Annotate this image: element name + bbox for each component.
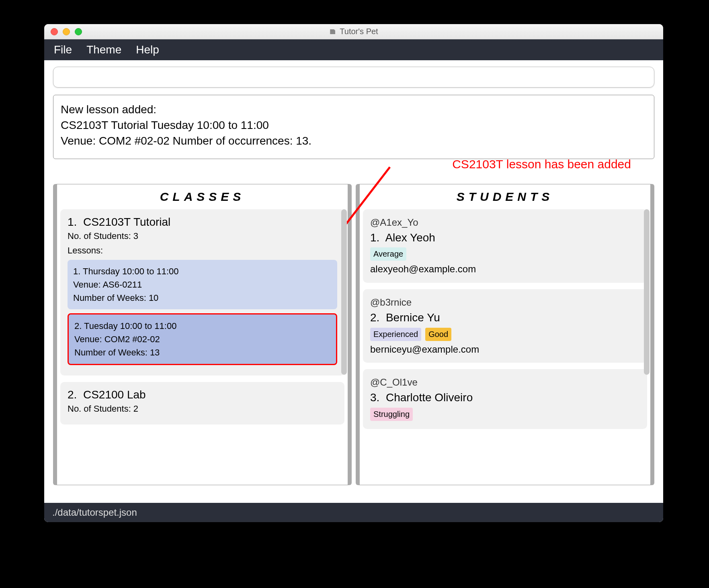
scrollbar[interactable] — [644, 209, 650, 375]
class-index: 1. — [68, 216, 77, 228]
window-title: Tutor's Pet — [44, 27, 663, 36]
class-card[interactable]: 2. CS2100 Lab No. of Students: 2 — [60, 382, 344, 425]
student-card[interactable]: @A1ex_Yo 1. Alex Yeoh Average alexyeoh@e… — [363, 209, 647, 283]
student-name-text: Alex Yeoh — [385, 231, 435, 244]
scrollbar[interactable] — [341, 209, 347, 375]
student-index: 1. — [370, 231, 379, 244]
student-name: 3. Charlotte Oliveiro — [370, 390, 640, 406]
result-line: New lesson added: — [61, 102, 647, 117]
result-box: New lesson added: CS2103T Tutorial Tuesd… — [53, 95, 654, 159]
class-student-count: No. of Students: 2 — [68, 404, 337, 414]
students-panel: STUDENTS @A1ex_Yo 1. Alex Yeoh Average a… — [356, 184, 654, 485]
tag-good: Good — [425, 328, 451, 341]
student-name: 2. Bernice Yu — [370, 310, 640, 326]
students-body: @A1ex_Yo 1. Alex Yeoh Average alexyeoh@e… — [360, 209, 650, 485]
app-window: Tutor's Pet File Theme Help New lesson a… — [44, 24, 663, 522]
annotation-layer: CS2103T lesson has been added — [44, 159, 663, 184]
command-area — [44, 60, 663, 91]
class-student-count: No. of Students: 3 — [68, 231, 337, 241]
classes-body: 1. CS2103T Tutorial No. of Students: 3 L… — [57, 209, 348, 485]
class-name: CS2103T Tutorial — [83, 216, 170, 228]
student-tags: Experienced Good — [370, 328, 640, 341]
student-handle: @C_Ol1ve — [370, 376, 640, 390]
menu-theme[interactable]: Theme — [86, 43, 121, 56]
tag-average: Average — [370, 247, 406, 261]
student-handle: @b3rnice — [370, 296, 640, 310]
student-email: berniceyu@example.com — [370, 343, 640, 357]
student-index: 3. — [370, 391, 379, 404]
student-card[interactable]: @b3rnice 2. Bernice Yu Experienced Good … — [363, 289, 647, 363]
class-index: 2. — [68, 388, 77, 401]
student-name-text: Bernice Yu — [386, 311, 440, 324]
lesson-item-selected[interactable]: 2. Tuesday 10:00 to 11:00 Venue: COM2 #0… — [68, 313, 337, 365]
command-input[interactable] — [53, 67, 654, 88]
students-header: STUDENTS — [360, 184, 650, 209]
lesson-item[interactable]: 1. Thursday 10:00 to 11:00 Venue: AS6-02… — [68, 260, 337, 309]
content-columns: CLASSES 1. CS2103T Tutorial No. of Stude… — [44, 184, 663, 485]
lesson-weeks: Number of Weeks: 13 — [74, 346, 330, 359]
classes-panel: CLASSES 1. CS2103T Tutorial No. of Stude… — [53, 184, 352, 485]
class-title: 2. CS2100 Lab — [68, 388, 337, 401]
window-title-text: Tutor's Pet — [340, 27, 378, 36]
menubar: File Theme Help — [44, 39, 663, 60]
data-file-path: ./data/tutorspet.json — [52, 507, 137, 518]
student-index: 2. — [370, 311, 379, 324]
status-bar: ./data/tutorspet.json — [44, 503, 663, 522]
app-icon — [329, 28, 336, 35]
class-title: 1. CS2103T Tutorial — [68, 216, 337, 229]
annotation-text: CS2103T lesson has been added — [452, 157, 631, 171]
menu-file[interactable]: File — [54, 43, 72, 56]
student-card[interactable]: @C_Ol1ve 3. Charlotte Oliveiro Strugglin… — [363, 369, 647, 429]
student-email: alexyeoh@example.com — [370, 262, 640, 276]
student-tags: Average — [370, 247, 640, 261]
lesson-heading: 1. Thursday 10:00 to 11:00 — [73, 265, 332, 278]
tag-experienced: Experienced — [370, 328, 421, 341]
lesson-venue: Venue: COM2 #02-02 — [74, 333, 330, 346]
student-name: 1. Alex Yeoh — [370, 230, 640, 246]
result-line: CS2103T Tutorial Tuesday 10:00 to 11:00 — [61, 117, 647, 133]
lesson-venue: Venue: AS6-0211 — [73, 278, 332, 291]
spacer — [44, 485, 663, 503]
student-handle: @A1ex_Yo — [370, 216, 640, 230]
classes-header: CLASSES — [57, 184, 348, 209]
class-card[interactable]: 1. CS2103T Tutorial No. of Students: 3 L… — [60, 209, 344, 376]
menu-help[interactable]: Help — [136, 43, 159, 56]
titlebar: Tutor's Pet — [44, 24, 663, 39]
result-area: New lesson added: CS2103T Tutorial Tuesd… — [44, 91, 663, 159]
lessons-label: Lessons: — [68, 245, 337, 256]
result-line: Venue: COM2 #02-02 Number of occurrences… — [61, 133, 647, 149]
tag-struggling: Struggling — [370, 408, 413, 421]
student-tags: Struggling — [370, 408, 640, 421]
student-name-text: Charlotte Oliveiro — [386, 391, 473, 404]
class-name: CS2100 Lab — [83, 388, 146, 401]
lesson-weeks: Number of Weeks: 10 — [73, 291, 332, 304]
lesson-heading: 2. Tuesday 10:00 to 11:00 — [74, 319, 330, 333]
